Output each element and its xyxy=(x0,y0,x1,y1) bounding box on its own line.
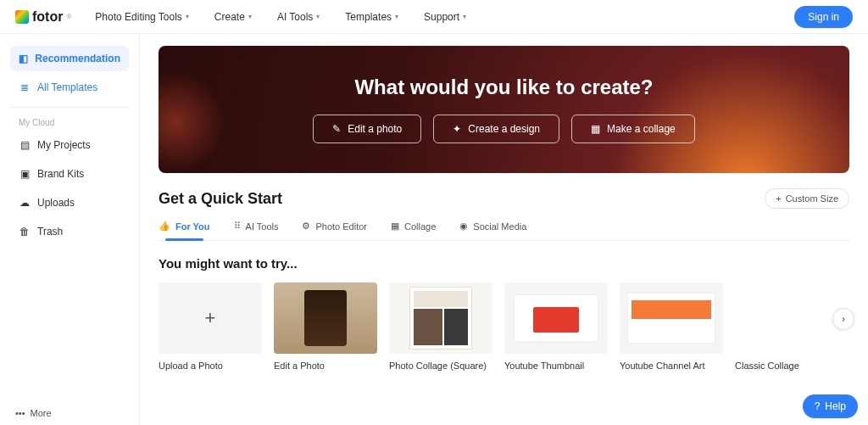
nav-create[interactable]: Create▾ xyxy=(214,11,252,23)
tab-label: Photo Editor xyxy=(315,221,367,232)
bookmark-icon: ◧ xyxy=(19,53,28,64)
tab-photo-editor[interactable]: ⚙Photo Editor xyxy=(302,221,367,240)
hero-banner: What would you like to create? ✎Edit a p… xyxy=(159,46,849,173)
custom-size-button[interactable]: +Custom Size xyxy=(765,188,849,209)
globe-icon: ◉ xyxy=(459,221,468,232)
sidebar-item-label: All Templates xyxy=(37,81,97,93)
chevron-down-icon: ▾ xyxy=(463,13,466,20)
registered-mark: ® xyxy=(66,13,71,20)
card-youtube-channel-art[interactable]: Youtube Channel Art xyxy=(620,282,723,371)
sidebar-item-uploads[interactable]: ☁ Uploads xyxy=(10,190,129,215)
help-label: Help xyxy=(825,400,846,412)
upload-icon: ☁ xyxy=(19,197,31,209)
hero-buttons: ✎Edit a photo ✦Create a design ▦Make a c… xyxy=(313,115,695,143)
briefcase-icon: ▣ xyxy=(19,168,31,180)
make-collage-button[interactable]: ▦Make a collage xyxy=(571,115,695,143)
logo-icon xyxy=(15,10,29,24)
card-thumbnail xyxy=(274,282,377,354)
sign-in-button[interactable]: Sign in xyxy=(794,6,853,28)
nav-label: Support xyxy=(424,11,459,23)
card-label: Photo Collage (Square) xyxy=(389,361,492,371)
more-label: More xyxy=(31,408,52,418)
more-button[interactable]: ••• More xyxy=(15,408,52,418)
nav-menu: Photo Editing Tools▾ Create▾ AI Tools▾ T… xyxy=(95,11,794,23)
card-photo-collage-square[interactable]: Photo Collage (Square) xyxy=(389,282,492,371)
button-label: Edit a photo xyxy=(348,123,402,135)
nav-label: AI Tools xyxy=(277,11,313,23)
carousel-next-button[interactable]: › xyxy=(832,308,854,330)
nav-ai-tools[interactable]: AI Tools▾ xyxy=(277,11,320,23)
tab-for-you[interactable]: 👍For You xyxy=(159,221,210,240)
main-content: What would you like to create? ✎Edit a p… xyxy=(140,34,868,425)
tab-label: Collage xyxy=(404,221,436,232)
try-section-title: You might want to try... xyxy=(159,256,849,271)
thumbs-up-icon: 👍 xyxy=(159,221,170,232)
nav-label: Photo Editing Tools xyxy=(95,11,182,23)
card-edit-photo[interactable]: Edit a Photo xyxy=(274,282,377,371)
nav-support[interactable]: Support▾ xyxy=(424,11,466,23)
sidebar-item-recommendation[interactable]: ◧ Recommendation xyxy=(10,46,129,71)
sidebar-item-label: Brand Kits xyxy=(37,168,84,180)
quick-start-title: Get a Quick Start xyxy=(159,190,282,208)
template-cards: + Upload a Photo Edit a Photo Photo Coll… xyxy=(159,282,849,371)
dots-icon: ••• xyxy=(15,408,25,418)
button-label: Create a design xyxy=(468,123,540,135)
card-label: Upload a Photo xyxy=(159,361,262,371)
card-thumbnail xyxy=(735,282,838,354)
edit-photo-button[interactable]: ✎Edit a photo xyxy=(313,115,421,143)
card-upload-photo[interactable]: + Upload a Photo xyxy=(159,282,262,371)
nav-label: Templates xyxy=(345,11,392,23)
sidebar: ◧ Recommendation ≣ All Templates My Clou… xyxy=(0,34,140,425)
category-tabs: 👍For You ⠿AI Tools ⚙Photo Editor ▦Collag… xyxy=(159,221,849,241)
button-label: Make a collage xyxy=(607,123,676,135)
plus-icon: + xyxy=(776,193,781,204)
grid-icon: ▦ xyxy=(591,123,600,135)
hero-title: What would you like to create? xyxy=(354,75,653,99)
tab-social-media[interactable]: ◉Social Media xyxy=(459,221,526,240)
card-thumbnail xyxy=(620,282,723,354)
sidebar-item-label: Recommendation xyxy=(35,53,120,64)
help-icon: ? xyxy=(815,400,821,412)
chevron-down-icon: ▾ xyxy=(395,13,398,20)
wand-icon: ✦ xyxy=(453,123,461,135)
card-thumbnail: + xyxy=(159,282,262,354)
tab-ai-tools[interactable]: ⠿AI Tools xyxy=(234,221,279,240)
card-label: Edit a Photo xyxy=(274,361,377,371)
tab-collage[interactable]: ▦Collage xyxy=(391,221,436,240)
collage-icon: ▦ xyxy=(391,221,399,232)
nav-label: Create xyxy=(214,11,245,23)
top-nav: fotor® Photo Editing Tools▾ Create▾ AI T… xyxy=(0,0,868,34)
grid-dots-icon: ⠿ xyxy=(234,221,241,232)
card-label: Youtube Thumbnail xyxy=(504,361,608,371)
sidebar-item-all-templates[interactable]: ≣ All Templates xyxy=(10,75,129,100)
create-design-button[interactable]: ✦Create a design xyxy=(433,115,559,143)
sidebar-item-trash[interactable]: 🗑 Trash xyxy=(10,219,129,244)
help-button[interactable]: ? Help xyxy=(803,394,858,418)
card-youtube-thumbnail[interactable]: Youtube Thumbnail xyxy=(504,282,608,371)
tab-label: Social Media xyxy=(473,221,526,232)
card-label: Classic Collage xyxy=(735,361,838,371)
chevron-right-icon: › xyxy=(842,313,845,325)
card-classic-collage[interactable]: Classic Collage xyxy=(735,282,838,371)
quick-start-header: Get a Quick Start +Custom Size xyxy=(159,188,849,209)
chevron-down-icon: ▾ xyxy=(248,13,252,20)
tab-label: AI Tools xyxy=(246,221,279,232)
nav-templates[interactable]: Templates▾ xyxy=(345,11,398,23)
card-thumbnail xyxy=(504,282,608,354)
trash-icon: 🗑 xyxy=(19,226,31,238)
sidebar-item-label: My Projects xyxy=(37,139,91,151)
nav-photo-editing[interactable]: Photo Editing Tools▾ xyxy=(95,11,189,23)
layers-icon: ≣ xyxy=(19,81,31,93)
sidebar-section-label: My Cloud xyxy=(10,115,129,132)
sliders-icon: ⚙ xyxy=(302,221,310,232)
sidebar-item-brand-kits[interactable]: ▣ Brand Kits xyxy=(10,161,129,187)
sidebar-item-my-projects[interactable]: ▤ My Projects xyxy=(10,132,129,158)
button-label: Custom Size xyxy=(786,193,838,204)
plus-icon: + xyxy=(205,307,216,329)
tab-label: For You xyxy=(175,221,210,232)
document-icon: ▤ xyxy=(19,139,31,151)
chevron-down-icon: ▾ xyxy=(186,13,189,20)
card-thumbnail xyxy=(389,282,492,354)
logo-text: fotor xyxy=(32,9,63,25)
logo[interactable]: fotor® xyxy=(15,9,71,25)
